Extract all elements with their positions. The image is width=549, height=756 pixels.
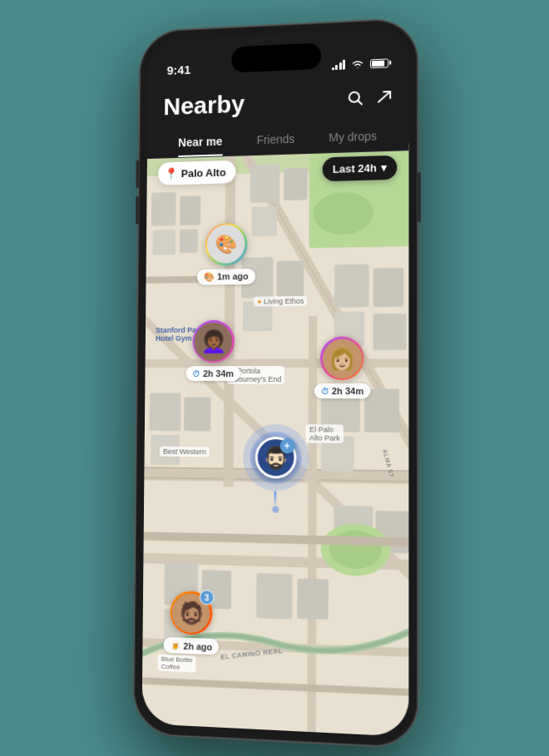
place-best-western: Best Western — [160, 446, 210, 457]
status-icons — [331, 57, 388, 70]
svg-rect-29 — [150, 393, 181, 431]
time-filter-label: Last 24h — [333, 161, 377, 175]
svg-rect-26 — [373, 268, 404, 307]
battery-icon — [370, 57, 388, 67]
user-pin-4[interactable]: 🧔🏽 3 🍺 2h ago — [163, 590, 219, 655]
time-badge-2: ⏱ 2h 34m — [186, 366, 240, 381]
header-actions — [347, 87, 392, 110]
svg-line-1 — [358, 100, 362, 104]
svg-line-2 — [378, 91, 390, 101]
user-pin-1[interactable]: 🎨 🎨 1m ago — [197, 222, 255, 284]
time-filter-button[interactable]: Last 24h ▾ — [323, 155, 397, 181]
svg-rect-30 — [184, 397, 210, 431]
place-blue-bottle: Blue BottleCoffee — [158, 654, 196, 672]
location-badge[interactable]: 📍 Palo Alto — [158, 160, 235, 185]
status-time: 9:41 — [167, 62, 191, 77]
user-pin-2[interactable]: 👩🏾‍🦱 ⏱ 2h 34m — [186, 319, 241, 380]
location-label: Palo Alto — [181, 166, 226, 179]
header: Nearby — [147, 73, 409, 159]
svg-rect-21 — [180, 229, 198, 253]
notification-count: 3 — [200, 590, 215, 605]
time-badge-4: 🍺 2h ago — [163, 637, 219, 655]
svg-rect-39 — [297, 578, 328, 619]
location-pin-icon: 📍 — [165, 166, 178, 180]
user-pin-3[interactable]: 👩🏼 ⏱ 2h 34m — [314, 336, 371, 398]
svg-rect-23 — [284, 167, 308, 200]
tab-my-drops[interactable]: My drops — [314, 121, 392, 152]
dynamic-island — [231, 42, 321, 72]
svg-rect-20 — [153, 230, 176, 255]
svg-rect-38 — [256, 573, 292, 619]
svg-rect-24 — [252, 206, 277, 236]
svg-rect-19 — [180, 195, 200, 225]
svg-rect-43 — [277, 260, 304, 296]
svg-rect-18 — [151, 192, 176, 226]
phone-frame: 9:41 — [134, 18, 418, 748]
time-badge-3: ⏱ 2h 34m — [314, 383, 371, 398]
place-living-ethos: ● Living Ethos — [254, 296, 307, 307]
power-button[interactable] — [418, 171, 421, 222]
volume-up-button[interactable] — [136, 160, 139, 188]
share-button[interactable] — [375, 87, 392, 109]
page-title: Nearby — [163, 90, 245, 121]
search-button[interactable] — [347, 88, 364, 110]
tab-friends[interactable]: Friends — [238, 125, 314, 155]
svg-rect-22 — [250, 164, 279, 202]
signal-icon — [331, 59, 344, 70]
chevron-down-icon: ▾ — [381, 161, 387, 174]
volume-down-button[interactable] — [136, 195, 139, 224]
place-el-palo-alto-park: El PaloAlto Park — [306, 424, 344, 443]
time-badge-1: 🎨 1m ago — [197, 268, 255, 284]
add-drop-button[interactable]: + — [279, 438, 294, 453]
wifi-icon — [351, 58, 364, 69]
map-area[interactable]: EL CAMINO REAL ALMA ST Stanford ParkHote… — [142, 143, 409, 737]
svg-rect-28 — [373, 314, 407, 350]
self-pin[interactable]: 🧔🏻‍♂️ + — [242, 423, 309, 513]
phone-screen: 9:41 — [142, 28, 409, 736]
tab-near-me[interactable]: Near me — [163, 127, 238, 157]
svg-rect-25 — [334, 264, 369, 307]
